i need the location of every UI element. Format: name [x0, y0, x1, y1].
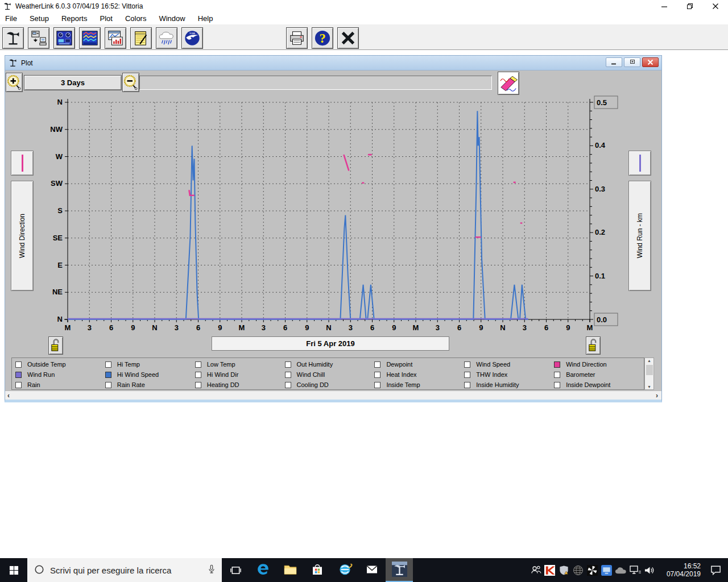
toolbar-button-exit[interactable] [337, 27, 359, 49]
left-lock-button[interactable] [48, 336, 63, 355]
legend-checkbox-rain-rate[interactable] [105, 382, 111, 388]
microphone-icon[interactable] [207, 564, 216, 576]
legend-item-hi-wind-speed: Hi Wind Speed [105, 369, 195, 380]
legend-scroll-down-icon[interactable]: ▼ [647, 384, 651, 389]
legend-checkbox-hi-temp[interactable] [105, 361, 111, 368]
tray-volume-icon[interactable] [642, 558, 656, 582]
legend-checkbox-inside-temp[interactable] [374, 382, 380, 388]
plot-window-titlebar[interactable]: Plot [5, 56, 661, 70]
left-axis-color-button[interactable] [11, 151, 34, 176]
app-minimize-button[interactable] [651, 0, 677, 13]
legend-checkbox-wind-direction[interactable] [554, 361, 560, 368]
svg-text:0.4: 0.4 [595, 141, 606, 149]
start-button[interactable] [0, 558, 27, 582]
plot-minimize-button[interactable] [606, 57, 622, 67]
legend-checkbox-out-humidity[interactable] [285, 361, 291, 368]
taskbar-app-mail[interactable] [358, 558, 386, 582]
menu-file[interactable]: File [0, 13, 22, 24]
legend-scrollbar[interactable]: ▲ ▼ [644, 357, 654, 390]
taskbar-app-file-explorer[interactable] [276, 558, 304, 582]
menu-reports[interactable]: Reports [56, 13, 93, 24]
legend-checkbox-wind-speed[interactable] [464, 361, 470, 368]
menu-help[interactable]: Help [193, 13, 218, 24]
legend-scroll-thumb[interactable] [646, 365, 653, 375]
action-center-button[interactable] [703, 564, 728, 576]
toolbar-button-print[interactable] [286, 27, 308, 49]
taskbar-app-edge[interactable] [249, 558, 276, 582]
taskbar-app-weatherlink[interactable] [386, 558, 413, 582]
taskbar-search-box[interactable]: Scrivi qui per eseguire la ricerca [27, 558, 222, 582]
legend-checkbox-hi-wind-speed[interactable] [105, 372, 111, 378]
plot-close-button[interactable] [642, 57, 659, 67]
right-lock-button[interactable] [586, 336, 601, 355]
legend-checkbox-outside-temp[interactable] [15, 361, 22, 368]
right-axis-max-box[interactable]: 0.5 [594, 96, 618, 109]
zoom-span-bar[interactable] [139, 76, 492, 90]
right-axis-title-button[interactable]: Wind Run - km [628, 181, 651, 291]
legend-item-inside-dewpoint: Inside Dewpoint [554, 380, 644, 390]
taskbar-clock[interactable]: 16:52 07/04/2019 [660, 562, 703, 578]
legend-checkbox-dewpoint[interactable] [374, 361, 380, 368]
legend-checkbox-heating-dd[interactable] [195, 382, 201, 388]
toolbar-button-rain[interactable] [156, 27, 177, 49]
tray-globe-icon[interactable] [571, 558, 585, 582]
tray-onedrive-icon[interactable] [614, 558, 628, 582]
menu-setup[interactable]: Setup [24, 13, 54, 24]
scroll-right-icon[interactable]: › [656, 392, 658, 400]
taskbar-app-store[interactable] [304, 558, 331, 582]
menu-colors[interactable]: Colors [120, 13, 152, 24]
tray-kaspersky-icon[interactable] [543, 558, 557, 582]
legend-panel: Outside TempHi TempLow TempOut HumidityD… [11, 357, 644, 390]
app-title: WeatherLink 6.0.3 07/04/19 16:52: Vittor… [15, 2, 143, 10]
chart-canvas[interactable]: M369N369M369N369M369N369MNNWWSWSSEENEN0.… [5, 70, 661, 338]
right-axis-color-button[interactable] [628, 151, 651, 176]
toolbar-button-strip-charts[interactable] [79, 27, 101, 49]
toolbar-button-help[interactable]: ? [312, 27, 333, 49]
legend-checkbox-low-temp[interactable] [195, 361, 201, 368]
left-axis-title-button[interactable]: Wind Direction [11, 181, 34, 291]
time-range-button[interactable]: 3 Days [24, 75, 122, 90]
legend-checkbox-rain[interactable] [15, 382, 22, 388]
app-restore-button[interactable] [677, 0, 702, 13]
legend-checkbox-hi-wind-dir[interactable] [195, 372, 201, 378]
legend-checkbox-wind-run[interactable] [15, 372, 22, 378]
plot-horizontal-scrollbar[interactable]: ‹ › [5, 390, 661, 400]
plot-restore-button[interactable] [624, 57, 640, 67]
toolbar-button-download[interactable] [28, 27, 49, 49]
legend-checkbox-inside-humidity[interactable] [464, 382, 470, 388]
legend-checkbox-inside-dewpoint[interactable] [554, 382, 560, 388]
menu-plot[interactable]: Plot [94, 13, 117, 24]
zoom-out-button[interactable] [122, 73, 139, 92]
svg-text:SW: SW [51, 179, 63, 188]
legend-label-heating-dd: Heating DD [207, 381, 239, 388]
menu-window[interactable]: Window [154, 13, 190, 24]
toolbar-button-noaa-summary[interactable]: NOAA [181, 27, 203, 49]
app-close-button[interactable] [702, 0, 728, 13]
tray-people-icon[interactable] [528, 558, 543, 582]
svg-text:6: 6 [196, 323, 200, 332]
tray-pinwheel-icon[interactable] [585, 558, 599, 582]
plot-window-title: Plot [21, 59, 33, 67]
legend-scroll-up-icon[interactable]: ▲ [647, 358, 651, 363]
toolbar-button-bulletin[interactable] [53, 27, 75, 49]
task-view-button[interactable] [222, 558, 249, 582]
toolbar-button-notes[interactable] [130, 27, 152, 49]
toolbar-button-plot[interactable] [105, 27, 126, 49]
legend-checkbox-thw-index[interactable] [464, 372, 470, 378]
clear-plot-button[interactable] [498, 72, 519, 95]
svg-text:3: 3 [262, 323, 266, 332]
toolbar-button-station[interactable] [2, 27, 24, 49]
scroll-left-icon[interactable]: ‹ [7, 392, 10, 400]
legend-checkbox-cooling-dd[interactable] [285, 382, 291, 388]
plot-date-button[interactable]: Fri 5 Apr 2019 [212, 336, 449, 351]
legend-checkbox-heat-index[interactable] [374, 372, 380, 378]
zoom-in-button[interactable] [6, 73, 23, 92]
right-axis-min-box[interactable]: 0.0 [594, 313, 618, 326]
legend-label-heat-index: Heat Index [386, 371, 416, 378]
tray-network-icon[interactable] [628, 558, 642, 582]
tray-pc-icon[interactable] [599, 558, 614, 582]
legend-checkbox-wind-chill[interactable] [285, 372, 291, 378]
tray-defender-icon[interactable] [557, 558, 571, 582]
legend-checkbox-barometer[interactable] [554, 372, 560, 378]
taskbar-app-internet-explorer[interactable] [331, 558, 358, 582]
